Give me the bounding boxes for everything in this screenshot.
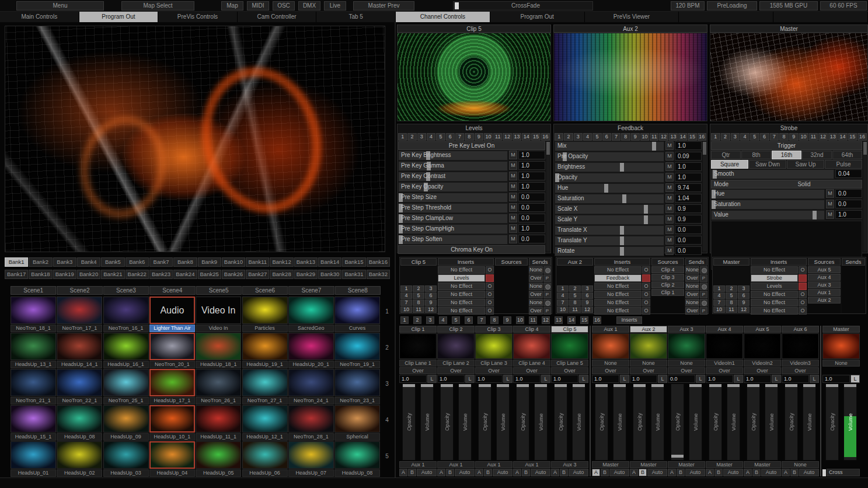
opacity-fader[interactable]: Opacity <box>554 384 567 461</box>
preset-number-button[interactable]: 1 <box>398 133 407 141</box>
strip-routing-select[interactable]: Master <box>706 461 743 468</box>
volume-fader[interactable]: Volume <box>534 384 548 461</box>
channel-number-button[interactable]: 1 <box>713 285 725 292</box>
clip-thumbnail[interactable] <box>103 333 149 360</box>
opacity-fader[interactable]: Opacity <box>633 384 646 461</box>
preset-number-button[interactable]: 8 <box>621 133 630 141</box>
value-box[interactable]: 0.9 <box>675 204 702 213</box>
volume-fader[interactable]: Volume <box>765 384 778 461</box>
clip-thumbnail[interactable] <box>11 297 56 324</box>
strip-title[interactable]: Aux 4 <box>706 326 743 333</box>
insert-effect-button[interactable]: Levels <box>438 274 485 282</box>
bank-button-bank30[interactable]: Bank30 <box>318 270 341 279</box>
channel-number-button[interactable]: 7 <box>557 299 569 306</box>
preset-number-button[interactable]: 10 <box>484 133 493 141</box>
clip-label[interactable]: Curves <box>334 325 380 332</box>
assign-a-button[interactable]: A <box>551 469 559 476</box>
volume-fader[interactable]: Volume <box>689 384 702 461</box>
slider-handle[interactable] <box>620 236 624 245</box>
mixer-number-button[interactable]: 15 <box>580 316 588 324</box>
assign-a-button[interactable]: A <box>437 469 445 476</box>
map-select-button[interactable]: Map Select <box>121 1 194 11</box>
clip-label[interactable]: HeadsUp_14_1 <box>57 361 102 368</box>
insert-bypass-toggle[interactable]: O <box>799 307 807 315</box>
bank-button-bank2[interactable]: Bank2 <box>29 257 52 267</box>
preset-number-button[interactable]: 12 <box>818 133 828 141</box>
m-toggle[interactable]: M <box>665 246 674 255</box>
slider-handle[interactable] <box>813 211 817 219</box>
crossfade-handle[interactable] <box>455 2 459 9</box>
strip-title[interactable]: Aux 2 <box>630 326 667 333</box>
strip-routing-select[interactable]: Master <box>668 461 705 468</box>
m-toggle[interactable]: M <box>665 162 674 171</box>
assign-b-button[interactable]: B <box>408 469 416 476</box>
assign-a-button[interactable]: A <box>399 469 407 476</box>
preset-number-button[interactable]: 15 <box>688 133 696 141</box>
strip-blend-select[interactable]: Over <box>437 367 475 374</box>
clip-thumbnail[interactable] <box>334 405 380 433</box>
insert-bypass-toggle[interactable]: O <box>486 266 494 274</box>
clip-label[interactable]: NeoTron_18_1 <box>11 325 56 332</box>
strip-title[interactable]: Aux 5 <box>744 326 781 333</box>
preset-number-button[interactable]: 4 <box>427 133 435 141</box>
bank-button-bank10[interactable]: Bank10 <box>222 257 245 267</box>
slider-handle[interactable] <box>644 205 648 214</box>
clip-label[interactable]: NeoTron_26_1 <box>196 397 241 405</box>
strip-source-select[interactable]: Clip Lane 5 <box>551 360 588 367</box>
m-toggle[interactable]: M <box>826 189 834 198</box>
channel-number-button[interactable]: 4 <box>557 292 569 299</box>
bank-button-bank20[interactable]: Bank20 <box>77 270 100 279</box>
value-box[interactable]: 0.0 <box>518 235 545 243</box>
strip-link-toggle[interactable]: L <box>734 375 743 383</box>
clip-label[interactable]: HeadsUp_12_1 <box>242 433 288 441</box>
slider-track[interactable]: Pre Step Threshold <box>398 203 508 213</box>
scene-tab-5[interactable]: Scene5 <box>196 286 242 295</box>
strip-level-value[interactable]: 1.0 <box>513 375 541 383</box>
preset-number-button[interactable]: 6 <box>760 133 769 141</box>
channel-number-button[interactable]: 2 <box>413 285 424 292</box>
slider-track[interactable]: Opacity <box>555 173 664 183</box>
mixer-number-button[interactable]: 12 <box>542 316 550 324</box>
preset-number-button[interactable]: 11 <box>809 133 818 141</box>
clip-label[interactable]: HeadsUp_18_1 <box>196 361 241 368</box>
panel-scrollbar[interactable] <box>703 142 706 252</box>
m-toggle[interactable]: M <box>826 210 834 219</box>
tab-right-1[interactable]: Program Out <box>490 12 585 22</box>
m-toggle[interactable]: M <box>509 161 517 170</box>
strip-blend-select[interactable]: Over <box>513 367 550 374</box>
insert-bypass-toggle[interactable]: O <box>642 291 650 298</box>
send-target-button[interactable]: Over <box>529 291 543 298</box>
m-toggle[interactable]: M <box>665 183 674 192</box>
send-target-button[interactable]: Over <box>685 274 699 282</box>
clip-label[interactable]: HeadsUp_02 <box>57 469 102 477</box>
bank-button-bank13[interactable]: Bank13 <box>294 257 318 267</box>
strip-title[interactable]: Clip 1 <box>399 326 437 333</box>
volume-fader[interactable]: Volume <box>651 384 664 461</box>
send-p-toggle[interactable]: P <box>543 291 551 298</box>
preset-number-button[interactable]: 7 <box>455 133 464 141</box>
preset-number-button[interactable]: 16 <box>541 133 550 141</box>
source-item[interactable]: Aux 4 <box>808 274 841 281</box>
m-toggle[interactable]: M <box>665 194 674 203</box>
insert-effect-button[interactable]: No Effect <box>438 283 485 290</box>
clip-thumbnail[interactable] <box>242 441 288 469</box>
strobe-rate-button[interactable]: Qtr <box>711 151 741 159</box>
clip-thumbnail[interactable] <box>334 441 380 469</box>
viewer-aux2-title[interactable]: Aux 2 <box>553 25 707 33</box>
bank-button-bank5[interactable]: Bank5 <box>101 257 124 267</box>
clip-thumbnail[interactable] <box>57 441 102 469</box>
volume-fader[interactable]: Volume <box>843 384 857 461</box>
mode-button-midi[interactable]: MIDI <box>247 1 269 11</box>
strip-routing-select[interactable]: Aux 3 <box>551 461 588 468</box>
tab-left-3[interactable]: Cam Controller <box>238 12 317 22</box>
cross-handle[interactable] <box>822 469 826 476</box>
send-knob-icon[interactable] <box>700 266 707 274</box>
bank-button-bank24[interactable]: Bank24 <box>173 270 197 279</box>
assign-a-button[interactable]: A <box>668 469 676 476</box>
strip-link-toggle[interactable]: L <box>541 375 550 383</box>
channel-number-button[interactable]: 5 <box>569 292 581 299</box>
channel-number-button[interactable]: 11 <box>413 306 424 313</box>
volume-fader[interactable]: Volume <box>496 384 510 461</box>
channel-number-button[interactable]: 3 <box>738 285 750 292</box>
assign-b-button[interactable]: B <box>677 469 685 476</box>
